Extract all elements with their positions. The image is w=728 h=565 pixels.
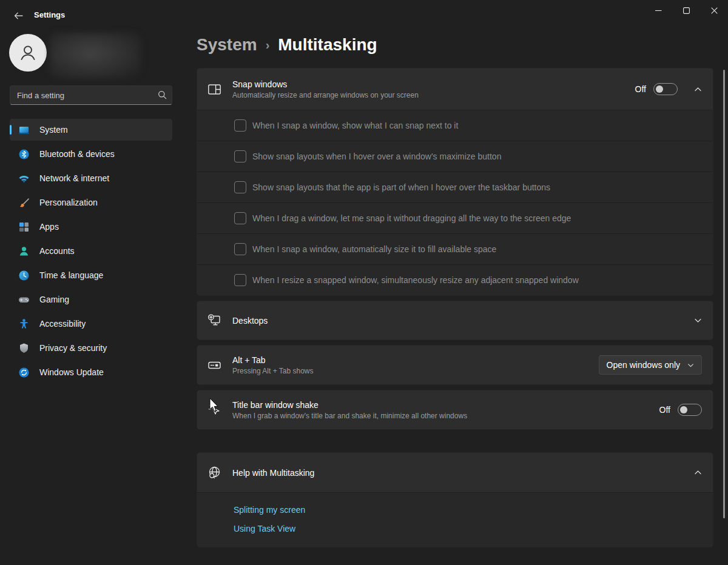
sidebar-item-windows-update[interactable]: Windows Update <box>10 361 172 383</box>
search-icon[interactable] <box>158 90 167 99</box>
sidebar-item-personalization[interactable]: Personalization <box>10 192 172 213</box>
sidebar: System Bluetooth & devices Network & int… <box>0 29 182 565</box>
chevron-up-icon[interactable] <box>693 85 702 93</box>
chevron-down-icon <box>687 362 694 369</box>
settings-list: Snap windows Automatically resize and ar… <box>197 68 713 565</box>
chevron-up-icon[interactable] <box>693 469 702 476</box>
checkbox-unchecked[interactable] <box>234 150 246 162</box>
accessibility-icon <box>18 318 30 330</box>
alt-tab-icon <box>207 358 221 372</box>
snap-windows-header[interactable]: Snap windows Automatically resize and ar… <box>197 69 713 110</box>
breadcrumb-system[interactable]: System <box>197 35 257 55</box>
toggle-knob <box>656 85 663 93</box>
checkbox-unchecked[interactable] <box>234 243 246 255</box>
app-title: Settings <box>34 10 65 19</box>
alt-tab-dropdown[interactable]: Open windows only <box>599 355 702 375</box>
minimize-icon <box>655 7 662 14</box>
apps-icon <box>18 221 30 233</box>
checkbox-unchecked[interactable] <box>234 274 246 286</box>
sidebar-item-label: Network & internet <box>39 173 109 183</box>
snap-option-row[interactable]: Show snap layouts that the app is part o… <box>197 172 713 202</box>
search-box <box>10 85 172 105</box>
system-icon <box>18 124 30 136</box>
snap-windows-icon <box>207 82 221 96</box>
help-link-splitting-screen[interactable]: Splitting my screen <box>234 505 713 515</box>
chevron-down-icon[interactable] <box>693 316 702 324</box>
snap-option-row[interactable]: When I snap a window, automatically size… <box>197 233 713 264</box>
help-header[interactable]: Help with Multitasking <box>197 453 713 492</box>
snap-windows-toggle[interactable] <box>653 83 678 95</box>
snap-windows-card: Snap windows Automatically resize and ar… <box>197 68 713 296</box>
window-shake-toggle-label: Off <box>659 405 670 415</box>
toggle-knob <box>680 406 687 413</box>
accounts-icon <box>18 246 30 257</box>
sidebar-item-accounts[interactable]: Accounts <box>10 240 172 262</box>
sidebar-item-label: Bluetooth & devices <box>39 149 115 159</box>
window-shake-toggle[interactable] <box>678 404 702 416</box>
avatar[interactable] <box>9 34 47 72</box>
gamepad-icon <box>18 294 30 306</box>
person-icon <box>18 42 38 63</box>
alt-tab-title: Alt + Tab <box>232 355 599 365</box>
sidebar-item-accessibility[interactable]: Accessibility <box>10 313 172 335</box>
sidebar-item-label: Privacy & security <box>39 343 107 353</box>
sidebar-nav: System Bluetooth & devices Network & int… <box>10 119 172 386</box>
page-title: Multitasking <box>278 35 377 55</box>
sidebar-item-bluetooth-devices[interactable]: Bluetooth & devices <box>10 143 172 165</box>
close-button[interactable] <box>700 0 728 21</box>
scrollbar-thumb[interactable] <box>723 70 725 518</box>
brush-icon <box>18 197 30 209</box>
sidebar-item-label: Time & language <box>39 270 103 280</box>
sidebar-item-label: System <box>39 125 68 135</box>
sidebar-item-network-internet[interactable]: Network & internet <box>10 167 172 189</box>
breadcrumb: System › Multitasking <box>197 35 377 55</box>
window-shake-icon <box>207 403 221 417</box>
checkbox-unchecked[interactable] <box>234 181 246 193</box>
title-bar-window-shake-header: Title bar window shake When I grab a win… <box>197 390 713 429</box>
sidebar-item-time-language[interactable]: Time & language <box>10 264 172 286</box>
window-controls <box>644 0 728 21</box>
title-bar-window-shake-card: Title bar window shake When I grab a win… <box>197 390 713 430</box>
window-shake-description: When I grab a window's title bar and sha… <box>232 412 659 420</box>
bluetooth-icon <box>18 149 30 160</box>
close-icon <box>711 7 718 14</box>
back-button[interactable] <box>7 7 29 24</box>
sidebar-item-apps[interactable]: Apps <box>10 216 172 238</box>
snap-option-row[interactable]: When I resize a snapped window, simultan… <box>197 264 713 295</box>
snap-option-row[interactable]: When I snap a window, show what I can sn… <box>197 110 713 141</box>
snap-option-row[interactable]: When I drag a window, let me snap it wit… <box>197 202 713 233</box>
maximize-icon <box>683 7 690 14</box>
sidebar-item-label: Accessibility <box>39 319 86 329</box>
user-name-redacted <box>50 33 141 79</box>
alt-tab-description: Pressing Alt + Tab shows <box>232 367 599 375</box>
sidebar-item-system[interactable]: System <box>10 119 172 141</box>
checkbox-unchecked[interactable] <box>234 119 246 132</box>
update-icon <box>18 367 30 378</box>
snap-windows-description: Automatically resize and arrange windows… <box>232 91 635 99</box>
help-link-task-view[interactable]: Using Task View <box>234 524 713 533</box>
maximize-button[interactable] <box>672 0 700 21</box>
sidebar-item-label: Windows Update <box>39 367 104 377</box>
sidebar-item-privacy-security[interactable]: Privacy & security <box>10 337 172 359</box>
snap-option-row[interactable]: Show snap layouts when I hover over a wi… <box>197 141 713 172</box>
sidebar-item-label: Apps <box>39 222 59 232</box>
checkbox-unchecked[interactable] <box>234 212 246 224</box>
minimize-button[interactable] <box>644 0 672 21</box>
settings-window: Settings <box>0 0 728 565</box>
shield-icon <box>18 343 30 354</box>
clock-icon <box>18 270 30 281</box>
desktops-title: Desktops <box>232 316 678 326</box>
dropdown-value: Open windows only <box>607 360 680 370</box>
alt-tab-card: Alt + Tab Pressing Alt + Tab shows Open … <box>197 345 713 385</box>
desktops-icon <box>207 313 221 328</box>
window-shake-title: Title bar window shake <box>232 400 659 410</box>
sidebar-item-gaming[interactable]: Gaming <box>10 289 172 310</box>
search-input[interactable] <box>10 85 172 105</box>
titlebar: Settings <box>0 0 728 29</box>
help-card: Help with Multitasking Splitting my scre… <box>197 452 713 547</box>
back-arrow-icon <box>13 11 23 21</box>
desktops-card: Desktops <box>197 301 713 340</box>
desktops-header[interactable]: Desktops <box>197 301 713 339</box>
wifi-icon <box>18 173 30 184</box>
help-links: Splitting my screen Using Task View <box>197 492 713 547</box>
